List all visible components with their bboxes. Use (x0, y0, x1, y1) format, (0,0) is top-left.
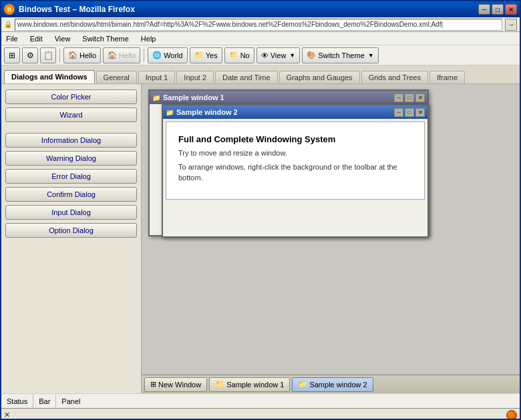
window2-icon: 📁 (166, 109, 174, 116)
toolbar-hello-disabled-icon: 🏠 (108, 51, 117, 59)
sample2-label: Sample window 2 (309, 381, 367, 389)
tab-iframe[interactable]: Iframe (429, 71, 465, 83)
bottom-cross: ✕ (4, 411, 10, 419)
toolbar-world-btn[interactable]: 🌐 World (148, 47, 188, 63)
tabs-row: Dialogs and Windows General Input 1 Inpu… (1, 65, 520, 84)
color-picker-button[interactable]: Color Picker (5, 89, 137, 104)
window2-close[interactable]: ✕ (415, 108, 425, 117)
desktop-taskbar: ⊞ New Window 📁 Sample window 1 📁 Sample … (142, 375, 520, 393)
confirm-dialog-button[interactable]: Confirm Dialog (5, 187, 137, 202)
tab-datetime[interactable]: Date and Time (215, 71, 278, 83)
window2-controls: ─ □ ✕ (394, 108, 425, 117)
toolbar-switch-label: Switch Theme (318, 51, 365, 59)
titlebar-controls: ─ □ ✕ (478, 4, 517, 15)
tab-input2[interactable]: Input 2 (176, 71, 214, 83)
tab-input1[interactable]: Input 1 (138, 71, 176, 83)
toolbar-view-btn[interactable]: 👁 View ▼ (256, 47, 301, 63)
maximize-button[interactable]: □ (492, 4, 504, 15)
window1-close[interactable]: ✕ (415, 93, 425, 102)
toolbar-switch-icon: 🎨 (307, 51, 316, 59)
tab-graphs[interactable]: Graphs and Gauges (279, 71, 360, 83)
toolbar-icon-1[interactable]: ⊞ (4, 47, 20, 63)
toolbar-yes-btn[interactable]: 📁 Yes (190, 47, 222, 63)
sidebar: Color Picker Wizard Information Dialog W… (1, 84, 142, 393)
window1-icon: 📁 (152, 94, 160, 101)
main-content: Color Picker Wizard Information Dialog W… (1, 84, 520, 393)
address-icon: 🔒 (4, 21, 12, 28)
window2-titlebar[interactable]: 📁 Sample window 2 ─ □ ✕ (163, 106, 427, 119)
toolbar-switch-arrow: ▼ (368, 52, 374, 59)
warning-dialog-button[interactable]: Warning Dialog (5, 151, 137, 166)
window2-minimize[interactable]: ─ (394, 108, 403, 117)
window2-content-box: Full and Complete Windowing System Try t… (166, 122, 425, 200)
tab-dialogs-windows[interactable]: Dialogs and Windows (4, 70, 95, 83)
wizard-button[interactable]: Wizard (5, 108, 137, 122)
window2-para1: Try to move and resize a window. (178, 148, 412, 158)
status-text: Status (7, 397, 27, 405)
menu-switch-theme[interactable]: Switch Theme (80, 34, 131, 43)
menu-edit[interactable]: Edit (28, 34, 45, 43)
toolbar-yes-icon: 📁 (194, 51, 204, 59)
window2-content: Full and Complete Windowing System Try t… (173, 129, 417, 192)
toolbar-icon-3[interactable]: 📋 (40, 47, 56, 63)
go-button[interactable]: → (505, 19, 517, 31)
toolbar-view-icon: 👁 (261, 51, 269, 59)
app-icon: B (4, 4, 15, 15)
sample-window-2: 📁 Sample window 2 ─ □ ✕ Full and Complet… (162, 104, 429, 238)
menu-file[interactable]: File (4, 34, 20, 43)
window2-heading: Full and Complete Windowing System (178, 134, 412, 144)
toolbar-hello-disabled[interactable]: 🏠 Hello (103, 47, 140, 63)
sample1-label: Sample window 1 (226, 381, 284, 389)
sample1-icon: 📁 (215, 380, 224, 389)
toolbar-no-btn[interactable]: 📁 No (224, 47, 254, 63)
minimize-button[interactable]: ─ (478, 4, 490, 15)
toolbar-hello-disabled-label: Hello (119, 51, 136, 59)
toolbar: ⊞ ⚙ 📋 🏠 Hello 🏠 Hello 🌐 World 📁 Yes 📁 No… (1, 45, 520, 65)
toolbar-hello-enabled[interactable]: 🏠 Hello (63, 47, 101, 63)
window-title: Bindows Test – Mozilla Firefox (19, 5, 135, 14)
menubar: File Edit View Switch Theme Help (1, 32, 520, 45)
menu-help[interactable]: Help (139, 34, 158, 43)
statusbar: Status Bar Panel (1, 393, 520, 408)
taskbar-new-window[interactable]: ⊞ New Window (144, 377, 207, 392)
toolbar-world-label: World (164, 51, 183, 59)
window1-title: Sample window 1 (163, 93, 224, 101)
tab-grids[interactable]: Grids and Trees (361, 71, 428, 83)
address-input[interactable] (15, 19, 502, 31)
sample2-icon: 📁 (298, 380, 307, 389)
taskbar-sample2[interactable]: 📁 Sample window 2 (292, 377, 373, 392)
status-section-3: Panel (56, 394, 520, 408)
input-dialog-button[interactable]: Input Dialog (5, 205, 137, 220)
sidebar-spacer-1 (5, 126, 137, 130)
new-window-label: New Window (158, 381, 201, 389)
close-button[interactable]: ✕ (505, 4, 517, 15)
status-section-1: Status (1, 394, 33, 408)
toolbar-hello-icon: 🏠 (68, 51, 77, 59)
information-dialog-button[interactable]: Information Dialog (5, 133, 137, 148)
toolbar-separator-2 (144, 49, 144, 62)
toolbar-world-icon: 🌐 (152, 51, 162, 59)
tab-general[interactable]: General (96, 71, 137, 83)
toolbar-switch-theme-btn[interactable]: 🎨 Switch Theme ▼ (302, 47, 378, 63)
toolbar-hello-enabled-label: Hello (79, 51, 96, 59)
toolbar-no-icon: 📁 (229, 51, 238, 59)
menu-view[interactable]: View (53, 34, 73, 43)
toolbar-icon-2[interactable]: ⚙ (22, 47, 38, 63)
toolbar-yes-label: Yes (206, 51, 218, 59)
taskbar-sample1[interactable]: 📁 Sample window 1 (209, 377, 290, 392)
window1-controls: ─ □ ✕ (394, 93, 425, 102)
toolbar-separator-1 (59, 49, 60, 62)
window2-para2: To arrange windows, right-click the back… (178, 162, 412, 183)
window1-titlebar[interactable]: 📁 Sample window 1 ─ □ ✕ (150, 91, 427, 104)
window2-maximize[interactable]: □ (405, 108, 414, 117)
status-section-2: Bar (33, 394, 56, 408)
toolbar-no-label: No (240, 51, 250, 59)
option-dialog-button[interactable]: Option Dialog (5, 223, 137, 238)
firefox-icon (506, 410, 517, 421)
error-dialog-button[interactable]: Error Dialog (5, 169, 137, 184)
window1-minimize[interactable]: ─ (394, 93, 403, 102)
panel-text: Panel (61, 397, 80, 405)
new-window-icon: ⊞ (150, 380, 156, 389)
toolbar-view-label: View (271, 51, 287, 59)
window1-maximize[interactable]: □ (405, 93, 414, 102)
